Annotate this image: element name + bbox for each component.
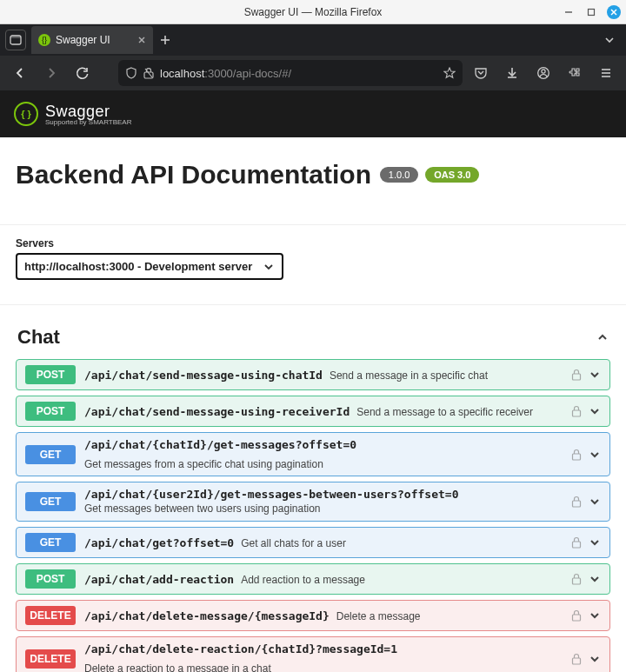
extensions-button[interactable] bbox=[562, 60, 588, 86]
list-all-tabs-button[interactable] bbox=[598, 34, 621, 46]
method-badge-post: POST bbox=[25, 402, 76, 421]
nav-forward-button[interactable] bbox=[38, 60, 64, 86]
operation-right-controls bbox=[571, 449, 601, 461]
chevron-down-icon[interactable] bbox=[589, 536, 601, 549]
operation-right-controls bbox=[571, 573, 601, 585]
tag-name: Chat bbox=[17, 326, 60, 349]
nav-back-button[interactable] bbox=[7, 60, 33, 86]
operation-path: /api/chat/{user2Id}/get-messages-between… bbox=[84, 488, 458, 502]
operation-row[interactable]: POST/api/chat/send-message-using-chatIdS… bbox=[16, 359, 610, 390]
operation-right-controls bbox=[571, 405, 601, 417]
operation-text: /api/chat/send-message-using-chatIdSend … bbox=[84, 369, 488, 382]
svg-rect-23 bbox=[573, 501, 581, 507]
method-badge-get: GET bbox=[25, 492, 76, 511]
method-badge-delete: DELETE bbox=[25, 606, 76, 625]
nav-reload-button[interactable] bbox=[70, 60, 96, 86]
svg-point-16 bbox=[542, 70, 545, 73]
url-bar[interactable]: localhost:3000/api-docs/#/ bbox=[118, 60, 463, 86]
lock-icon[interactable] bbox=[571, 405, 582, 417]
operation-text: /api/chat/add-reactionAdd reaction to a … bbox=[84, 573, 365, 586]
svg-rect-21 bbox=[573, 410, 581, 416]
operation-right-controls bbox=[571, 496, 601, 508]
swagger-favicon-icon: {} bbox=[38, 34, 50, 46]
url-rest: :3000/api-docs/#/ bbox=[204, 67, 291, 80]
operations-container: ChatPOST/api/chat/send-message-using-cha… bbox=[0, 305, 626, 672]
window-buttons bbox=[562, 0, 621, 24]
operation-desc: Send a message to a specific receiver bbox=[356, 406, 533, 418]
servers-section: Servers http://localhost:3000 - Developm… bbox=[0, 225, 626, 305]
lock-icon[interactable] bbox=[571, 609, 582, 622]
operation-row[interactable]: DELETE/api/chat/delete-reaction/{chatId}… bbox=[16, 636, 610, 672]
operation-right-controls bbox=[571, 369, 601, 381]
chevron-down-icon[interactable] bbox=[589, 496, 601, 508]
chevron-down-icon bbox=[263, 261, 275, 273]
lock-icon[interactable] bbox=[571, 496, 582, 508]
operation-desc: Add reaction to a message bbox=[241, 574, 365, 586]
svg-rect-5 bbox=[10, 36, 21, 38]
operation-row[interactable]: POST/api/chat/add-reactionAdd reaction t… bbox=[16, 563, 610, 595]
operation-row[interactable]: POST/api/chat/send-message-using-receive… bbox=[16, 396, 610, 427]
chevron-down-icon[interactable] bbox=[589, 573, 601, 585]
window-minimize-button[interactable] bbox=[562, 5, 576, 19]
browser-tab[interactable]: {} Swagger UI bbox=[31, 26, 153, 54]
operation-desc: Send a message in a specific chat bbox=[330, 369, 488, 382]
method-badge-post: POST bbox=[25, 569, 76, 589]
window-titlebar: Swagger UI — Mozilla Firefox bbox=[0, 0, 626, 24]
operation-path: /api/chat/delete-reaction/{chatId}?messa… bbox=[84, 642, 397, 655]
chevron-down-icon[interactable] bbox=[589, 369, 601, 381]
url-text: localhost:3000/api-docs/#/ bbox=[160, 67, 438, 80]
window-close-button[interactable] bbox=[607, 5, 621, 19]
operation-desc: Get messages from a specific chat using … bbox=[84, 458, 323, 470]
swagger-brand-block: Swagger Supported by SMARTBEAR bbox=[45, 103, 131, 126]
method-badge-delete: DELETE bbox=[25, 649, 76, 669]
window-maximize-button[interactable] bbox=[584, 5, 598, 19]
server-select[interactable]: http://localhost:3000 - Development serv… bbox=[16, 253, 283, 280]
operation-desc: Delete a reaction to a message in a chat bbox=[84, 662, 271, 672]
shield-icon[interactable] bbox=[125, 67, 137, 79]
svg-rect-27 bbox=[573, 658, 581, 664]
operation-row[interactable]: DELETE/api/chat/delete-message/{messageI… bbox=[16, 600, 610, 631]
operation-row[interactable]: GET/api/chat/get?offset=0Get all chats f… bbox=[16, 527, 610, 558]
site-info-icon[interactable] bbox=[143, 67, 155, 79]
operation-row[interactable]: GET/api/chat/{user2Id}/get-messages-betw… bbox=[16, 482, 610, 522]
operation-desc: Get all chats for a user bbox=[241, 537, 346, 549]
lock-icon[interactable] bbox=[571, 449, 582, 461]
bookmark-star-icon[interactable] bbox=[443, 67, 456, 79]
tag-header[interactable]: Chat bbox=[16, 316, 610, 354]
operation-text: /api/chat/delete-reaction/{chatId}?messa… bbox=[84, 642, 563, 672]
lock-icon[interactable] bbox=[571, 536, 582, 549]
svg-rect-24 bbox=[573, 542, 581, 548]
operation-desc: Delete a message bbox=[336, 610, 421, 622]
operation-right-controls bbox=[571, 536, 601, 549]
browser-toolbar: localhost:3000/api-docs/#/ bbox=[0, 56, 626, 90]
svg-rect-20 bbox=[573, 374, 581, 380]
operation-text: /api/chat/get?offset=0Get all chats for … bbox=[84, 536, 346, 549]
operation-row[interactable]: GET/api/chat/{chatId}/get-messages?offse… bbox=[16, 432, 610, 476]
chevron-up-icon bbox=[596, 331, 609, 343]
svg-rect-26 bbox=[573, 615, 581, 621]
downloads-button[interactable] bbox=[499, 60, 525, 86]
firefox-view-button[interactable] bbox=[5, 30, 26, 50]
operation-path: /api/chat/delete-message/{messageId} bbox=[84, 609, 330, 622]
chevron-down-icon[interactable] bbox=[589, 609, 601, 622]
toolbar-right-icons bbox=[468, 60, 619, 86]
lock-icon[interactable] bbox=[571, 653, 582, 665]
app-menu-button[interactable] bbox=[593, 60, 619, 86]
svg-rect-25 bbox=[573, 578, 581, 584]
chevron-down-icon[interactable] bbox=[589, 449, 601, 461]
method-badge-post: POST bbox=[25, 365, 76, 384]
browser-tabstrip: {} Swagger UI bbox=[0, 24, 626, 56]
operation-path: /api/chat/add-reaction bbox=[84, 573, 234, 586]
operation-path: /api/chat/send-message-using-chatId bbox=[84, 369, 323, 382]
pocket-button[interactable] bbox=[468, 60, 494, 86]
new-tab-button[interactable] bbox=[153, 28, 177, 52]
tab-close-button[interactable] bbox=[137, 36, 146, 44]
lock-icon[interactable] bbox=[571, 369, 582, 381]
chevron-down-icon[interactable] bbox=[589, 405, 601, 417]
operation-right-controls bbox=[571, 609, 601, 622]
lock-icon[interactable] bbox=[571, 573, 582, 585]
chevron-down-icon[interactable] bbox=[589, 653, 601, 665]
account-button[interactable] bbox=[530, 60, 556, 86]
tab-title: Swagger UI bbox=[56, 34, 110, 46]
method-badge-get: GET bbox=[25, 445, 76, 464]
